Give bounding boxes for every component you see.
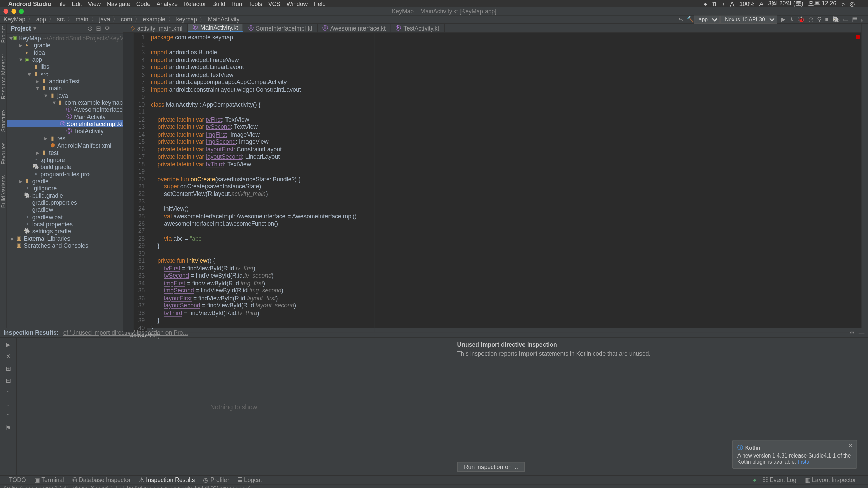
editor-tab-3[interactable]: ⓀAwesomeInterface.kt xyxy=(318,24,391,32)
status-menu-icon[interactable]: ≡ xyxy=(860,0,863,7)
menu-tools[interactable]: Tools xyxy=(248,0,262,7)
status-message[interactable]: Kotlin: A new version 1.4.31-release-Stu… xyxy=(4,485,251,488)
tree-proguard[interactable]: ▫proguard-rules.pro xyxy=(7,170,123,178)
status-time[interactable]: 오후 12:26 xyxy=(808,0,836,8)
code-line[interactable]: class MainActivity : AppCompatActivity()… xyxy=(151,101,861,108)
code-line[interactable]: setContentView(R.layout.activity_main) xyxy=(151,190,861,198)
menu-build[interactable]: Build xyxy=(212,0,225,7)
menu-analyze[interactable]: Analyze xyxy=(156,0,178,7)
code-line[interactable]: vla abc = "abc" xyxy=(151,235,861,243)
run-inspection-button[interactable]: Run inspection on ... xyxy=(457,462,525,472)
maximize-window-button[interactable] xyxy=(19,8,24,13)
code-line[interactable]: import android.os.Bundle xyxy=(151,49,861,56)
menu-run[interactable]: Run xyxy=(231,0,242,7)
attach-debugger-icon[interactable]: ⚲ xyxy=(817,16,821,22)
run-config-select[interactable]: app xyxy=(694,15,720,24)
code-line[interactable]: layoutSecond = findViewById(R.id.layout_… xyxy=(151,302,861,309)
code-line[interactable]: private fun initView() { xyxy=(151,258,861,265)
crumb-4[interactable]: java xyxy=(99,16,110,22)
code-line[interactable]: super.onCreate(savedInstanceState) xyxy=(151,183,861,190)
apply-changes-icon[interactable]: ⤹ xyxy=(789,16,794,22)
status-wifi-icon[interactable]: ⋀ xyxy=(730,0,734,7)
tree-manifest[interactable]: ⬢AndroidManifest.xml xyxy=(7,142,123,149)
tree-awesome-interface[interactable]: ⒾAwesomeInterface xyxy=(7,106,123,113)
left-tab-resource-manager[interactable]: Resource Manager xyxy=(0,54,6,99)
build-hammer-icon[interactable]: 🔨 xyxy=(687,16,694,22)
avd-manager-icon[interactable]: ▭ xyxy=(843,16,848,22)
code-line[interactable] xyxy=(151,41,861,49)
left-tab-structure[interactable]: Structure xyxy=(0,110,6,132)
bottom-tab-terminal[interactable]: ▣Terminal xyxy=(34,477,64,483)
project-collapse-all-icon[interactable]: ⊟ xyxy=(96,25,101,32)
code-line[interactable]: private lateinit var imgSecond: ImageVie… xyxy=(151,138,861,146)
tree-main[interactable]: ▾▮main xyxy=(7,85,123,92)
menu-file[interactable]: File xyxy=(56,0,66,7)
code-line[interactable]: tvThird = findViewById(R.id.tv_third) xyxy=(151,309,861,317)
editor-tab-0[interactable]: ◇activity_main.xml xyxy=(126,24,188,32)
debug-icon[interactable]: 🐞 xyxy=(797,16,805,22)
crumb-7[interactable]: keymap xyxy=(176,16,197,22)
tree-build-gradle2[interactable]: 🐘build.gradle xyxy=(7,192,123,199)
code-line[interactable]: layoutFirst = findViewById(R.id.layout_f… xyxy=(151,294,861,302)
project-hide-icon[interactable]: — xyxy=(113,25,119,32)
run-button-icon[interactable]: ▶ xyxy=(781,16,786,22)
device-select[interactable]: Nexus 10 API 30 xyxy=(720,15,777,24)
status-search-icon[interactable]: ⌕ xyxy=(841,0,845,7)
code-line[interactable]: imgFirst = findViewById(R.id.img_first) xyxy=(151,280,861,287)
status-bluetooth-icon[interactable]: ᛒ xyxy=(722,0,725,7)
insp-export-icon[interactable]: ⤴ xyxy=(4,412,12,420)
tree-gradlew-bat[interactable]: ▫gradlew.bat xyxy=(7,213,123,220)
code-line[interactable]: val awesomeInterfaceImpl: AwesomeInterfa… xyxy=(151,213,861,220)
menu-vcs[interactable]: VCS xyxy=(268,0,280,7)
code-line[interactable]: private lateinit var layoutFirst: Constr… xyxy=(151,146,861,153)
menu-code[interactable]: Code xyxy=(136,0,151,7)
app-name[interactable]: Android Studio xyxy=(8,0,52,7)
crumb-6[interactable]: example xyxy=(143,16,165,22)
tree-some-impl[interactable]: ⓀSomeInterfaceImpl.kt xyxy=(7,120,123,127)
crumb-5[interactable]: com xyxy=(121,16,132,22)
menu-window[interactable]: Window xyxy=(287,0,308,7)
tree-build-gradle[interactable]: 🐘build.gradle xyxy=(7,163,123,170)
code-line[interactable]: import android.widget.TextView xyxy=(151,71,861,79)
tree-libs[interactable]: ▮libs xyxy=(7,63,123,70)
tree-gradle-props[interactable]: ▫gradle.properties xyxy=(7,199,123,206)
notification-install-link[interactable]: Install xyxy=(798,459,812,465)
stop-icon[interactable]: ■ xyxy=(825,16,829,22)
crumb-0[interactable]: KeyMap xyxy=(4,16,26,22)
code-line[interactable]: import android.widget.LinearLayout xyxy=(151,64,861,71)
code-line[interactable]: tvFirst = findViewById(R.id.tv_first) xyxy=(151,265,861,272)
code-line[interactable] xyxy=(151,198,861,205)
insp-close-icon[interactable]: ✕ xyxy=(4,352,12,361)
minimize-window-button[interactable] xyxy=(11,8,16,13)
tree-project-root[interactable]: ▾▣KeyMap~/AndroidStudioProjects/KeyMap xyxy=(7,35,123,42)
project-tree[interactable]: ▾▣KeyMap~/AndroidStudioProjects/KeyMap ▸… xyxy=(7,33,123,328)
code-line[interactable]: } xyxy=(151,324,861,332)
tree-app[interactable]: ▾▣app xyxy=(7,56,123,63)
code-line[interactable]: import androidx.appcompat.app.AppCompatA… xyxy=(151,79,861,86)
bottom-tab-layout-inspector[interactable]: ▦Layout Inspector xyxy=(805,477,856,483)
code-line[interactable] xyxy=(151,94,861,101)
code-line[interactable]: tvSecond = findViewById(R.id.tv_second) xyxy=(151,272,861,280)
tree-idea-dir[interactable]: ▸.idea xyxy=(7,49,123,56)
status-sync-icon[interactable]: ⇅ xyxy=(712,0,717,7)
menu-view[interactable]: View xyxy=(88,0,101,7)
crumb-8[interactable]: MainActivity xyxy=(208,16,240,22)
code-line[interactable] xyxy=(151,168,861,176)
menu-refactor[interactable]: Refactor xyxy=(184,0,206,7)
tree-main-activity[interactable]: ⒸMainActivity xyxy=(7,113,123,120)
insp-rerun-icon[interactable]: ▶ xyxy=(4,340,12,349)
insp-expand-icon[interactable]: ⊞ xyxy=(4,364,12,372)
status-rec-icon[interactable]: ● xyxy=(704,0,707,7)
tree-src[interactable]: ▾▮src xyxy=(7,70,123,77)
code-line[interactable]: private lateinit var tvFirst: TextView xyxy=(151,116,861,123)
tree-settings-gradle[interactable]: 🐘settings.gradle xyxy=(7,228,123,235)
profiler-icon[interactable]: ◷ xyxy=(808,16,814,22)
code-line[interactable] xyxy=(151,250,861,258)
code-line[interactable]: private lateinit var tvSecond: TextView xyxy=(151,123,861,131)
insp-filter-icon[interactable]: ⚑ xyxy=(4,424,12,432)
code-line[interactable]: import androidx.constraintlayout.widget.… xyxy=(151,86,861,94)
close-window-button[interactable] xyxy=(4,8,8,13)
bottom-tab-logcat[interactable]: ≣Logcat xyxy=(238,477,262,483)
code-line[interactable]: private lateinit var layoutSecond: Linea… xyxy=(151,153,861,161)
status-lang[interactable]: A xyxy=(760,0,764,7)
